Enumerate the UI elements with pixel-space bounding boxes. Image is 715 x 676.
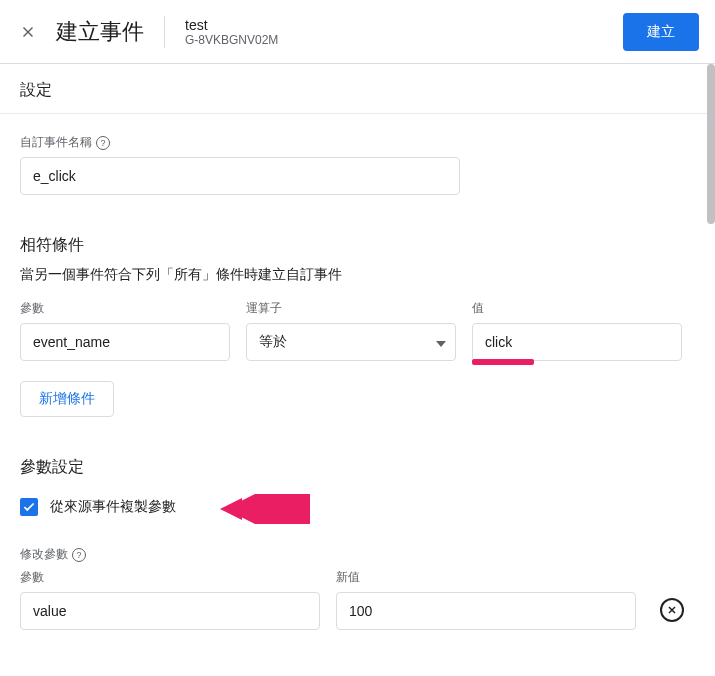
delete-icon[interactable] xyxy=(660,598,684,622)
modify-newvalue-input[interactable] xyxy=(336,592,636,630)
modify-newvalue-label: 新值 xyxy=(336,569,636,586)
help-icon[interactable]: ? xyxy=(72,548,86,562)
help-icon[interactable]: ? xyxy=(96,136,110,150)
add-condition-button[interactable]: 新增條件 xyxy=(20,381,114,417)
conditions-title: 相符條件 xyxy=(20,235,695,256)
modify-params-label: 修改參數 ? xyxy=(20,546,695,563)
operator-label: 運算子 xyxy=(246,300,456,317)
param-label: 參數 xyxy=(20,300,230,317)
copy-params-label: 從來源事件複製參數 xyxy=(50,498,176,516)
modify-param-label: 參數 xyxy=(20,569,320,586)
annotation-highlight xyxy=(472,359,534,365)
scrollbar[interactable] xyxy=(707,64,715,224)
copy-params-checkbox[interactable] xyxy=(20,498,38,516)
project-name: test xyxy=(185,17,623,33)
params-title: 參數設定 xyxy=(20,457,695,478)
param-row: 參數 新值 xyxy=(20,569,695,630)
modify-param-input[interactable] xyxy=(20,592,320,630)
project-id: G-8VKBGNV02M xyxy=(185,33,623,47)
condition-row: 參數 運算子 值 xyxy=(20,300,695,361)
arrow-annotation xyxy=(220,494,310,528)
custom-event-name-input[interactable] xyxy=(20,157,460,195)
conditions-description: 當另一個事件符合下列「所有」條件時建立自訂事件 xyxy=(20,266,695,284)
settings-header: 設定 xyxy=(0,64,715,114)
create-button[interactable]: 建立 xyxy=(623,13,699,51)
custom-event-name-label: 自訂事件名稱 ? xyxy=(20,134,460,151)
copy-params-row: 從來源事件複製參數 xyxy=(20,498,695,516)
value-label: 值 xyxy=(472,300,682,317)
header: 建立事件 test G-8VKBGNV02M 建立 xyxy=(0,0,715,64)
condition-operator-select[interactable] xyxy=(246,323,456,361)
page-title: 建立事件 xyxy=(56,17,144,47)
project-info: test G-8VKBGNV02M xyxy=(185,17,623,47)
close-icon[interactable] xyxy=(16,20,40,44)
condition-value-input[interactable] xyxy=(472,323,682,361)
condition-param-input[interactable] xyxy=(20,323,230,361)
content: 設定 自訂事件名稱 ? 相符條件 當另一個事件符合下列「所有」條件時建立自訂事件… xyxy=(0,64,715,676)
divider xyxy=(164,16,165,48)
